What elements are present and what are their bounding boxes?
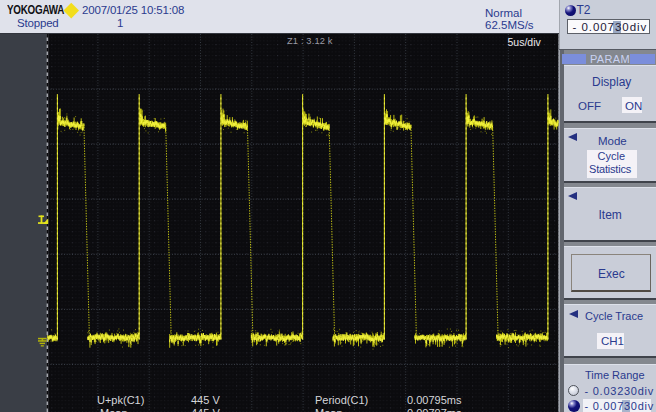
svg-text:445 V: 445 V (191, 394, 220, 406)
svg-text:0.00797ms: 0.00797ms (407, 407, 462, 412)
svg-text:Period(C1): Period(C1) (315, 394, 368, 406)
svg-text:U+pk(C1): U+pk(C1) (97, 394, 144, 406)
svg-text:445 V: 445 V (191, 407, 220, 412)
svg-text:Z1 : 3.12 k: Z1 : 3.12 k (287, 36, 333, 46)
svg-text:5us/div: 5us/div (508, 36, 542, 48)
svg-text:Mean: Mean (100, 407, 128, 412)
svg-text:0.00795ms: 0.00795ms (407, 394, 462, 406)
svg-text:Mean: Mean (315, 407, 343, 412)
